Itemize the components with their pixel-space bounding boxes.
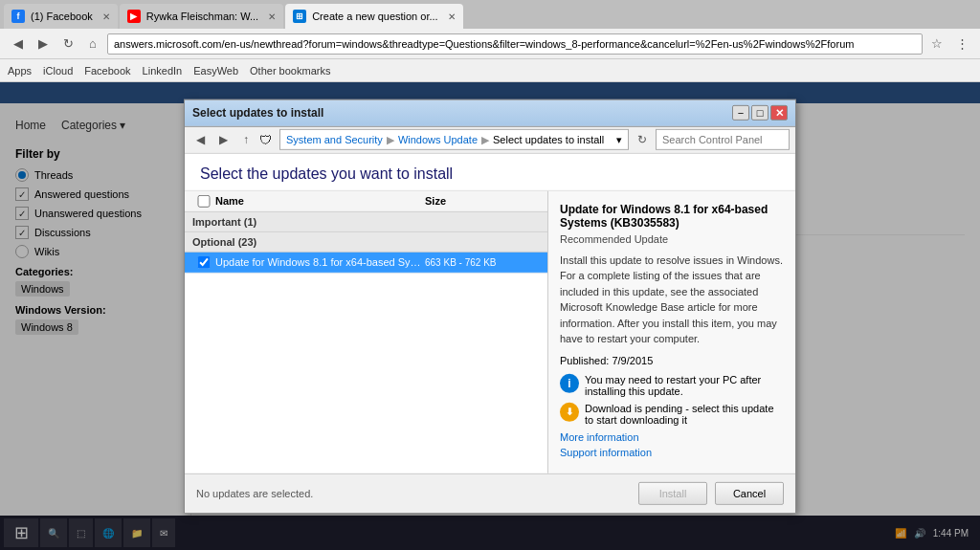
breadcrumb-sep-2: ▶: [481, 133, 489, 145]
notice-restart: i You may need to restart your PC after …: [560, 373, 784, 396]
dialog-footer: No updates are selected. Install Cancel: [185, 473, 795, 512]
dialog-minimize-button[interactable]: −: [732, 105, 749, 121]
bookmark-apps[interactable]: Apps: [8, 65, 32, 77]
dialog-controls: − □ ✕: [732, 105, 788, 121]
bookmark-easyweb[interactable]: EasyWeb: [193, 65, 238, 77]
dialog-location-icon: 🛡: [259, 132, 272, 146]
bookmark-linkedin[interactable]: LinkedIn: [143, 65, 183, 77]
detail-subtitle: Recommended Update: [560, 232, 784, 244]
dialog-title: Select updates to install: [192, 106, 323, 120]
tab-facebook[interactable]: f (1) Facebook ✕: [4, 4, 118, 29]
download-notice-icon: ⬇: [560, 402, 579, 421]
bookmark-icloud[interactable]: iCloud: [43, 65, 73, 77]
tab-bar: f (1) Facebook ✕ ▶ Rywka Fleischman: W..…: [0, 0, 980, 29]
nav-bar: ◀ ▶ ↻ ⌂ ☆ ⋮: [0, 29, 980, 59]
install-button[interactable]: Install: [638, 481, 707, 504]
tab-microsoft-label: Create a new question or...: [312, 11, 437, 22]
category-optional[interactable]: Optional (23): [185, 231, 547, 252]
refresh-button[interactable]: ↻: [57, 33, 78, 55]
browser-chrome: f (1) Facebook ✕ ▶ Rywka Fleischman: W..…: [0, 0, 980, 82]
dialog-nav: ◀ ▶ ↑ 🛡 System and Security ▶ Windows Up…: [185, 126, 795, 153]
col-name-header: Name: [215, 195, 425, 207]
home-button[interactable]: ⌂: [82, 33, 103, 55]
support-info-link[interactable]: Support information: [560, 446, 784, 457]
footer-status: No updates are selected.: [196, 487, 631, 498]
published-date: 7/9/2015: [612, 354, 653, 365]
tab-microsoft-close[interactable]: ✕: [448, 11, 456, 22]
dialog-main: Name Size Important (1) Optional (23) Up…: [185, 190, 795, 473]
forward-button[interactable]: ▶: [33, 33, 54, 55]
facebook-favicon: f: [11, 10, 25, 23]
settings-button[interactable]: ⋮: [951, 33, 972, 55]
address-bar[interactable]: [107, 33, 923, 55]
breadcrumb-security[interactable]: System and Security: [286, 134, 383, 145]
updates-list-header: Name Size: [185, 190, 547, 211]
notice-download: ⬇ Download is pending - select this upda…: [560, 402, 784, 425]
tab-facebook-close[interactable]: ✕: [102, 11, 110, 22]
dialog-maximize-button[interactable]: □: [751, 105, 768, 121]
breadcrumb-dropdown[interactable]: ▾: [616, 133, 622, 145]
dialog-body: Select the updates you want to install N…: [185, 153, 795, 473]
dialog-refresh-button[interactable]: ↻: [633, 130, 652, 149]
windows-update-dialog: Select updates to install − □ ✕ ◀ ▶ ↑ 🛡 …: [184, 99, 796, 513]
dialog-forward-button[interactable]: ▶: [213, 130, 233, 149]
breadcrumb-sep-1: ▶: [387, 133, 394, 145]
update-checkbox-kb3035583[interactable]: [192, 255, 215, 268]
updates-panel: Name Size Important (1) Optional (23) Up…: [185, 190, 548, 473]
bookmark-facebook[interactable]: Facebook: [84, 65, 130, 77]
tab-youtube-close[interactable]: ✕: [268, 11, 276, 22]
dialog-overlay: Select updates to install − □ ✕ ◀ ▶ ↑ 🛡 …: [0, 103, 980, 550]
breadcrumb-current: Select updates to install: [493, 134, 604, 145]
update-name-kb3035583: Update for Windows 8.1 for x64-based Sys…: [215, 256, 425, 268]
dialog-titlebar: Select updates to install − □ ✕: [185, 99, 795, 126]
dialog-close-button[interactable]: ✕: [770, 105, 788, 121]
tab-youtube[interactable]: ▶ Rywka Fleischman: W... ✕: [120, 4, 283, 29]
dialog-search-input[interactable]: [656, 129, 790, 150]
tab-facebook-label: (1) Facebook: [31, 11, 93, 22]
tab-microsoft[interactable]: ⊞ Create a new question or... ✕: [285, 4, 462, 29]
col-size-header: Size: [425, 195, 540, 207]
bookmarks-bar: Apps iCloud Facebook LinkedIn EasyWeb Ot…: [0, 59, 980, 82]
breadcrumb: System and Security ▶ Windows Update ▶ S…: [279, 129, 629, 150]
youtube-favicon: ▶: [127, 10, 141, 23]
update-size-kb3035583: 663 KB - 762 KB: [425, 256, 540, 267]
microsoft-favicon: ⊞: [293, 10, 306, 23]
detail-title: Update for Windows 8.1 for x64-based Sys…: [560, 202, 784, 229]
download-notice-text: Download is pending - select this update…: [585, 402, 784, 425]
back-button[interactable]: ◀: [8, 33, 29, 55]
category-important[interactable]: Important (1): [185, 211, 547, 231]
select-all-checkbox[interactable]: [192, 194, 215, 207]
update-item-kb3035583[interactable]: Update for Windows 8.1 for x64-based Sys…: [185, 252, 547, 273]
more-info-link[interactable]: More information: [560, 430, 784, 442]
restart-notice-text: You may need to restart your PC after in…: [585, 373, 784, 396]
tab-youtube-label: Rywka Fleischman: W...: [146, 11, 258, 22]
dialog-back-button[interactable]: ◀: [190, 130, 210, 149]
detail-panel: Update for Windows 8.1 for x64-based Sys…: [548, 190, 795, 473]
published-label: Published:: [560, 354, 609, 365]
bookmark-star[interactable]: ☆: [926, 33, 947, 55]
dialog-up-button[interactable]: ↑: [236, 130, 256, 149]
dialog-header: Select the updates you want to install: [185, 153, 795, 190]
detail-published: Published: 7/9/2015: [560, 354, 784, 365]
bookmark-other[interactable]: Other bookmarks: [250, 65, 330, 77]
updates-scroll: Important (1) Optional (23) Update for W…: [185, 211, 547, 473]
breadcrumb-windowsupdate[interactable]: Windows Update: [398, 134, 478, 145]
cancel-button[interactable]: Cancel: [715, 481, 784, 504]
restart-notice-icon: i: [560, 373, 579, 392]
detail-body: Install this update to resolve issues in…: [560, 252, 784, 346]
dialog-header-title: Select the updates you want to install: [200, 165, 780, 182]
